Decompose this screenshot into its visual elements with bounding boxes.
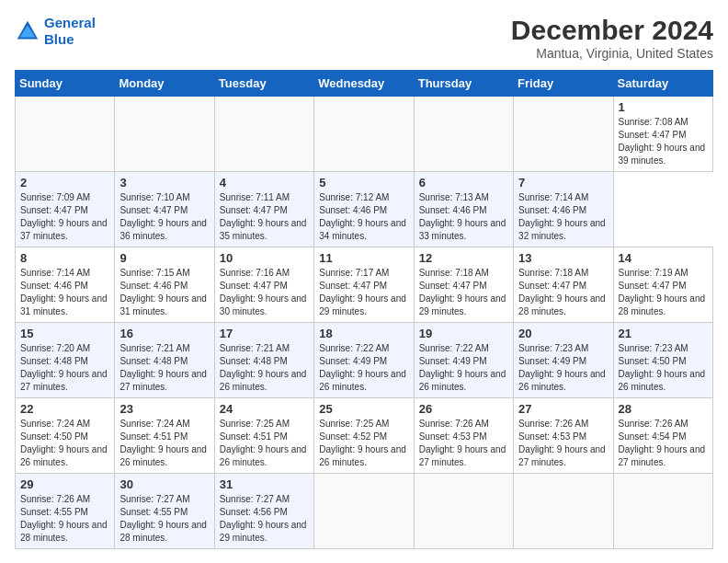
day-number: 17 bbox=[220, 327, 309, 340]
calendar-day-cell bbox=[214, 97, 313, 172]
day-info: Sunrise: 7:24 AM Sunset: 4:50 PM Dayligh… bbox=[20, 418, 109, 469]
day-info: Sunrise: 7:18 AM Sunset: 4:47 PM Dayligh… bbox=[518, 267, 608, 318]
calendar-day-cell: 9Sunrise: 7:15 AM Sunset: 4:46 PM Daylig… bbox=[115, 247, 214, 323]
day-info: Sunrise: 7:19 AM Sunset: 4:47 PM Dayligh… bbox=[619, 267, 708, 318]
calendar-week-row: 29Sunrise: 7:26 AM Sunset: 4:55 PM Dayli… bbox=[16, 474, 713, 549]
day-number: 18 bbox=[319, 327, 408, 340]
calendar-day-cell: 24Sunrise: 7:25 AM Sunset: 4:51 PM Dayli… bbox=[214, 398, 313, 474]
day-info: Sunrise: 7:13 AM Sunset: 4:46 PM Dayligh… bbox=[419, 191, 508, 243]
calendar-day-cell: 10Sunrise: 7:16 AM Sunset: 4:47 PM Dayli… bbox=[214, 247, 313, 323]
calendar-day-cell: 28Sunrise: 7:26 AM Sunset: 4:54 PM Dayli… bbox=[613, 398, 712, 474]
calendar-day-cell bbox=[514, 474, 613, 549]
day-info: Sunrise: 7:14 AM Sunset: 4:46 PM Dayligh… bbox=[20, 267, 109, 318]
day-number: 15 bbox=[20, 327, 109, 340]
calendar-day-cell: 23Sunrise: 7:24 AM Sunset: 4:51 PM Dayli… bbox=[115, 398, 214, 474]
day-number: 27 bbox=[518, 402, 608, 416]
calendar-day-cell: 1Sunrise: 7:08 AM Sunset: 4:47 PM Daylig… bbox=[613, 97, 712, 172]
day-info: Sunrise: 7:21 AM Sunset: 4:48 PM Dayligh… bbox=[220, 342, 309, 394]
logo-icon bbox=[15, 18, 40, 44]
calendar-day-cell: 5Sunrise: 7:12 AM Sunset: 4:46 PM Daylig… bbox=[314, 172, 414, 247]
day-info: Sunrise: 7:11 AM Sunset: 4:47 PM Dayligh… bbox=[220, 191, 309, 243]
calendar-day-header: Monday bbox=[115, 71, 214, 97]
calendar-day-cell: 11Sunrise: 7:17 AM Sunset: 4:47 PM Dayli… bbox=[314, 247, 414, 323]
day-info: Sunrise: 7:25 AM Sunset: 4:51 PM Dayligh… bbox=[220, 418, 309, 469]
calendar-day-cell bbox=[314, 97, 414, 172]
calendar-day-cell: 6Sunrise: 7:13 AM Sunset: 4:46 PM Daylig… bbox=[414, 172, 513, 247]
day-number: 13 bbox=[518, 251, 608, 265]
day-number: 8 bbox=[20, 251, 109, 265]
day-number: 11 bbox=[319, 251, 408, 265]
header: General Blue December 2024 Mantua, Virgi… bbox=[15, 15, 713, 61]
day-info: Sunrise: 7:15 AM Sunset: 4:46 PM Dayligh… bbox=[119, 267, 209, 318]
day-info: Sunrise: 7:27 AM Sunset: 4:56 PM Dayligh… bbox=[220, 493, 309, 545]
day-info: Sunrise: 7:23 AM Sunset: 4:49 PM Dayligh… bbox=[518, 342, 608, 394]
calendar-day-cell bbox=[16, 97, 115, 172]
calendar-day-cell: 19Sunrise: 7:22 AM Sunset: 4:49 PM Dayli… bbox=[414, 323, 513, 398]
page-title: December 2024 bbox=[511, 15, 713, 46]
day-number: 2 bbox=[20, 176, 109, 190]
calendar-day-header: Sunday bbox=[16, 71, 115, 97]
day-number: 19 bbox=[419, 327, 508, 340]
day-info: Sunrise: 7:20 AM Sunset: 4:48 PM Dayligh… bbox=[20, 342, 109, 394]
calendar-day-cell bbox=[314, 474, 414, 549]
day-number: 29 bbox=[20, 477, 109, 491]
day-info: Sunrise: 7:10 AM Sunset: 4:47 PM Dayligh… bbox=[119, 191, 209, 243]
calendar-day-cell: 4Sunrise: 7:11 AM Sunset: 4:47 PM Daylig… bbox=[214, 172, 313, 247]
day-number: 6 bbox=[419, 176, 508, 190]
day-info: Sunrise: 7:09 AM Sunset: 4:47 PM Dayligh… bbox=[20, 191, 109, 243]
calendar-day-cell: 30Sunrise: 7:27 AM Sunset: 4:55 PM Dayli… bbox=[115, 474, 214, 549]
calendar-day-cell: 20Sunrise: 7:23 AM Sunset: 4:49 PM Dayli… bbox=[514, 323, 613, 398]
calendar-day-cell: 18Sunrise: 7:22 AM Sunset: 4:49 PM Dayli… bbox=[314, 323, 414, 398]
day-info: Sunrise: 7:26 AM Sunset: 4:53 PM Dayligh… bbox=[419, 418, 508, 469]
calendar-week-row: 15Sunrise: 7:20 AM Sunset: 4:48 PM Dayli… bbox=[16, 323, 713, 398]
day-number: 24 bbox=[220, 402, 309, 416]
calendar-day-cell: 3Sunrise: 7:10 AM Sunset: 4:47 PM Daylig… bbox=[115, 172, 214, 247]
calendar-day-cell: 22Sunrise: 7:24 AM Sunset: 4:50 PM Dayli… bbox=[16, 398, 115, 474]
calendar-day-cell: 7Sunrise: 7:14 AM Sunset: 4:46 PM Daylig… bbox=[514, 172, 613, 247]
calendar-day-cell: 12Sunrise: 7:18 AM Sunset: 4:47 PM Dayli… bbox=[414, 247, 513, 323]
calendar-week-row: 2Sunrise: 7:09 AM Sunset: 4:47 PM Daylig… bbox=[16, 172, 713, 247]
day-number: 9 bbox=[119, 251, 209, 265]
calendar: SundayMondayTuesdayWednesdayThursdayFrid… bbox=[15, 70, 713, 549]
calendar-day-cell bbox=[115, 97, 214, 172]
day-info: Sunrise: 7:26 AM Sunset: 4:54 PM Dayligh… bbox=[619, 418, 708, 469]
calendar-week-row: 1Sunrise: 7:08 AM Sunset: 4:47 PM Daylig… bbox=[16, 97, 713, 172]
day-number: 12 bbox=[419, 251, 508, 265]
day-number: 28 bbox=[619, 402, 708, 416]
day-number: 5 bbox=[319, 176, 408, 190]
day-info: Sunrise: 7:27 AM Sunset: 4:55 PM Dayligh… bbox=[119, 493, 209, 545]
calendar-day-cell: 8Sunrise: 7:14 AM Sunset: 4:46 PM Daylig… bbox=[16, 247, 115, 323]
day-info: Sunrise: 7:08 AM Sunset: 4:47 PM Dayligh… bbox=[619, 116, 708, 167]
day-info: Sunrise: 7:18 AM Sunset: 4:47 PM Dayligh… bbox=[419, 267, 508, 318]
day-number: 10 bbox=[220, 251, 309, 265]
day-number: 14 bbox=[619, 251, 708, 265]
day-number: 7 bbox=[518, 176, 608, 190]
day-info: Sunrise: 7:25 AM Sunset: 4:52 PM Dayligh… bbox=[319, 418, 408, 469]
logo-text: General Blue bbox=[44, 15, 96, 48]
calendar-day-cell bbox=[613, 474, 712, 549]
calendar-day-cell: 26Sunrise: 7:26 AM Sunset: 4:53 PM Dayli… bbox=[414, 398, 513, 474]
day-info: Sunrise: 7:26 AM Sunset: 4:53 PM Dayligh… bbox=[518, 418, 608, 469]
day-info: Sunrise: 7:23 AM Sunset: 4:50 PM Dayligh… bbox=[619, 342, 708, 394]
calendar-day-cell: 17Sunrise: 7:21 AM Sunset: 4:48 PM Dayli… bbox=[214, 323, 313, 398]
logo: General Blue bbox=[15, 15, 96, 48]
day-info: Sunrise: 7:16 AM Sunset: 4:47 PM Dayligh… bbox=[220, 267, 309, 318]
calendar-week-row: 22Sunrise: 7:24 AM Sunset: 4:50 PM Dayli… bbox=[16, 398, 713, 474]
day-info: Sunrise: 7:24 AM Sunset: 4:51 PM Dayligh… bbox=[119, 418, 209, 469]
day-info: Sunrise: 7:22 AM Sunset: 4:49 PM Dayligh… bbox=[319, 342, 408, 394]
day-number: 23 bbox=[119, 402, 209, 416]
calendar-day-header: Wednesday bbox=[314, 71, 414, 97]
day-info: Sunrise: 7:17 AM Sunset: 4:47 PM Dayligh… bbox=[319, 267, 408, 318]
calendar-day-cell bbox=[514, 97, 613, 172]
title-area: December 2024 Mantua, Virginia, United S… bbox=[511, 15, 713, 61]
calendar-day-cell: 31Sunrise: 7:27 AM Sunset: 4:56 PM Dayli… bbox=[214, 474, 313, 549]
calendar-day-cell: 25Sunrise: 7:25 AM Sunset: 4:52 PM Dayli… bbox=[314, 398, 414, 474]
day-number: 3 bbox=[119, 176, 209, 190]
calendar-day-header: Saturday bbox=[613, 71, 712, 97]
calendar-day-cell: 2Sunrise: 7:09 AM Sunset: 4:47 PM Daylig… bbox=[16, 172, 115, 247]
day-number: 22 bbox=[20, 402, 109, 416]
calendar-day-cell: 27Sunrise: 7:26 AM Sunset: 4:53 PM Dayli… bbox=[514, 398, 613, 474]
day-info: Sunrise: 7:26 AM Sunset: 4:55 PM Dayligh… bbox=[20, 493, 109, 545]
calendar-header-row: SundayMondayTuesdayWednesdayThursdayFrid… bbox=[16, 71, 713, 97]
day-number: 25 bbox=[319, 402, 408, 416]
